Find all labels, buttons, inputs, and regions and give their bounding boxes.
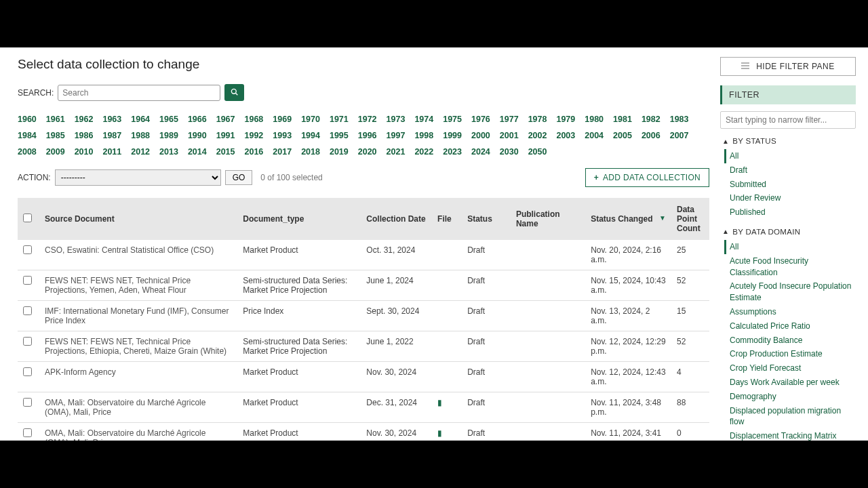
col-collection-date[interactable]: Collection Date (361, 198, 432, 240)
year-link[interactable]: 1996 (358, 128, 377, 144)
year-link[interactable]: 1975 (443, 112, 462, 128)
year-link[interactable]: 1983 (670, 112, 689, 128)
search-button[interactable] (224, 84, 244, 101)
year-link[interactable]: 1995 (330, 128, 349, 144)
filter-search-input[interactable] (720, 111, 856, 129)
year-link[interactable]: 1990 (188, 128, 207, 144)
filter-item[interactable]: Submitted (724, 178, 856, 192)
year-link[interactable]: 1961 (46, 112, 65, 128)
year-link[interactable]: 1992 (245, 128, 264, 144)
filter-item[interactable]: Published (724, 205, 856, 220)
year-link[interactable]: 1991 (216, 128, 235, 144)
year-link[interactable]: 2017 (273, 144, 292, 161)
search-input[interactable] (58, 85, 220, 101)
col-status-changed[interactable]: Status Changed▼ (585, 198, 671, 240)
year-link[interactable]: 1977 (500, 112, 519, 128)
cell-source[interactable]: OMA, Mali: Observatoire du Marché Agrico… (39, 392, 237, 423)
year-link[interactable]: 1982 (642, 112, 660, 128)
year-link[interactable]: 1994 (301, 128, 320, 144)
year-link[interactable]: 1984 (18, 128, 37, 144)
year-link[interactable]: 2024 (471, 144, 490, 161)
year-link[interactable]: 2019 (330, 144, 349, 161)
row-checkbox[interactable] (23, 337, 32, 346)
cell-file[interactable]: ▮ (432, 392, 462, 423)
col-source-document[interactable]: Source Document (39, 198, 237, 240)
year-link[interactable]: 2006 (642, 128, 660, 144)
year-link[interactable]: 2012 (131, 144, 150, 161)
year-link[interactable]: 1980 (585, 112, 604, 128)
add-data-collection-button[interactable]: + ADD DATA COLLECTION (585, 168, 709, 187)
row-checkbox[interactable] (23, 306, 32, 315)
year-link[interactable]: 1964 (131, 112, 150, 128)
col-publication-name[interactable]: Publication Name (511, 198, 585, 240)
filter-item[interactable]: All (724, 149, 856, 163)
filter-item[interactable]: Draft (724, 163, 856, 178)
year-link[interactable]: 1971 (330, 112, 349, 128)
filter-group-title[interactable]: ▲ BY STATUS (720, 137, 856, 145)
year-link[interactable]: 2015 (216, 144, 235, 161)
year-link[interactable]: 1978 (528, 112, 547, 128)
year-link[interactable]: 1993 (273, 128, 292, 144)
filter-item[interactable]: Crop Yield Forecast (724, 361, 856, 375)
filter-item[interactable]: All (724, 240, 856, 254)
year-link[interactable]: 2050 (528, 144, 547, 161)
year-link[interactable]: 2009 (46, 144, 65, 161)
year-link[interactable]: 2010 (75, 144, 94, 161)
col-data-point-count[interactable]: Data Point Count (671, 198, 709, 240)
go-button[interactable]: GO (225, 170, 253, 185)
filter-item[interactable]: Displacement Tracking Matrix (724, 429, 856, 441)
year-link[interactable]: 1987 (102, 128, 121, 144)
col-file[interactable]: File (432, 198, 462, 240)
year-link[interactable]: 2020 (358, 144, 377, 161)
row-checkbox[interactable] (23, 276, 32, 285)
col-status[interactable]: Status (462, 198, 511, 240)
year-link[interactable]: 2022 (414, 144, 433, 161)
cell-source[interactable]: IMF: International Monetary Fund (IMF), … (39, 301, 237, 331)
year-link[interactable]: 1970 (301, 112, 320, 128)
year-link[interactable]: 2016 (245, 144, 264, 161)
action-select[interactable]: --------- (55, 169, 221, 186)
filter-item[interactable]: Demography (724, 390, 856, 404)
year-link[interactable]: 1973 (387, 112, 406, 128)
row-checkbox[interactable] (23, 398, 32, 407)
filter-item[interactable]: Calculated Price Ratio (724, 319, 856, 333)
year-link[interactable]: 2001 (500, 128, 519, 144)
year-link[interactable]: 1963 (102, 112, 121, 128)
row-checkbox[interactable] (23, 428, 32, 437)
filter-item[interactable]: Under Review (724, 191, 856, 205)
filter-item[interactable]: Crop Production Estimate (724, 347, 856, 361)
year-link[interactable]: 1989 (159, 128, 178, 144)
year-link[interactable]: 1988 (131, 128, 150, 144)
select-all-checkbox[interactable] (23, 214, 32, 222)
year-link[interactable]: 1985 (46, 128, 65, 144)
year-link[interactable]: 2018 (301, 144, 320, 161)
year-link[interactable]: 1962 (75, 112, 94, 128)
filter-group-title[interactable]: ▲ BY DATA DOMAIN (720, 228, 856, 236)
year-link[interactable]: 1986 (75, 128, 94, 144)
year-link[interactable]: 1969 (273, 112, 292, 128)
year-link[interactable]: 2003 (556, 128, 575, 144)
cell-source[interactable]: FEWS NET: FEWS NET, Technical Price Proj… (39, 270, 237, 301)
col-document-type[interactable]: Document_type (237, 198, 361, 240)
filter-item[interactable]: Displaced population migration flow (724, 404, 856, 430)
year-link[interactable]: 2021 (387, 144, 406, 161)
year-link[interactable]: 1968 (245, 112, 264, 128)
year-link[interactable]: 1976 (471, 112, 490, 128)
year-link[interactable]: 1979 (556, 112, 575, 128)
year-link[interactable]: 1966 (188, 112, 207, 128)
filter-item[interactable]: Acute Food Insecurity Classification (724, 254, 856, 280)
cell-source[interactable]: FEWS NET: FEWS NET, Technical Price Proj… (39, 331, 237, 362)
year-link[interactable]: 2011 (102, 144, 121, 161)
year-link[interactable]: 1967 (216, 112, 235, 128)
cell-file[interactable]: ▮ (432, 423, 462, 441)
year-link[interactable]: 2008 (18, 144, 37, 161)
year-link[interactable]: 1998 (414, 128, 433, 144)
year-link[interactable]: 2023 (443, 144, 462, 161)
year-link[interactable]: 1999 (443, 128, 462, 144)
row-checkbox[interactable] (23, 245, 32, 254)
cell-source[interactable]: CSO, Eswatini: Central Statistical Offic… (39, 240, 237, 270)
year-link[interactable]: 2005 (613, 128, 632, 144)
row-checkbox[interactable] (23, 367, 32, 376)
year-link[interactable]: 2014 (188, 144, 207, 161)
year-link[interactable]: 1972 (358, 112, 377, 128)
